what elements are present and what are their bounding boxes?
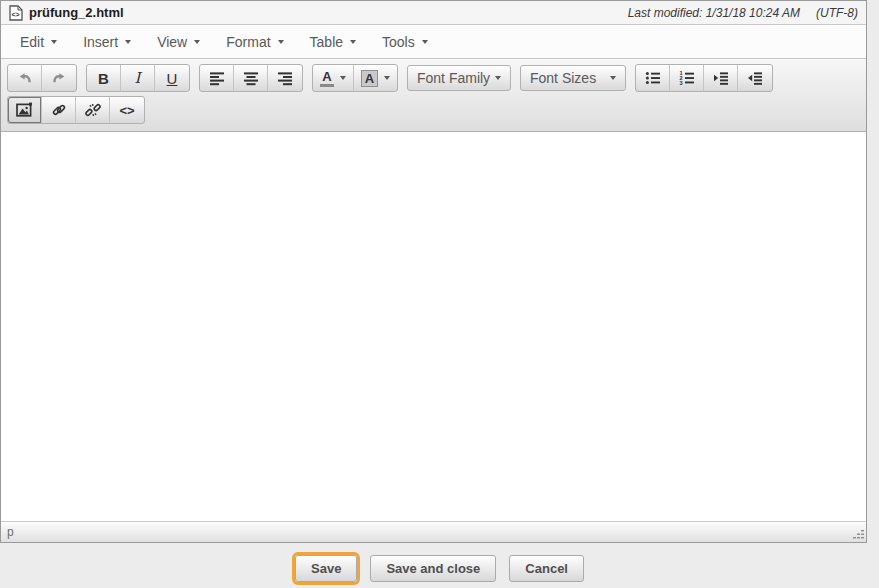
numbered-list-button[interactable]: 1 2 3 bbox=[670, 65, 704, 91]
align-center-button[interactable] bbox=[234, 65, 268, 91]
chevron-down-icon bbox=[51, 40, 57, 44]
menu-label: Edit bbox=[20, 34, 44, 50]
cancel-button[interactable]: Cancel bbox=[509, 555, 584, 582]
outdent-icon bbox=[747, 70, 763, 86]
alignment-group bbox=[199, 64, 303, 92]
undo-redo-group bbox=[7, 64, 77, 92]
footer-actions: Save Save and close Cancel bbox=[0, 543, 879, 588]
undo-button[interactable] bbox=[8, 65, 42, 91]
svg-text:3: 3 bbox=[679, 80, 682, 86]
text-color-button[interactable]: A bbox=[313, 65, 354, 91]
chevron-down-icon bbox=[340, 76, 346, 80]
chevron-down-icon bbox=[278, 40, 284, 44]
redo-button[interactable] bbox=[42, 65, 76, 91]
list-indent-group: 1 2 3 bbox=[635, 64, 773, 92]
menubar: Edit Insert View Format Table Tools bbox=[1, 25, 866, 59]
align-center-icon bbox=[243, 70, 259, 86]
indent-button[interactable] bbox=[704, 65, 738, 91]
font-family-value: Font Family bbox=[417, 70, 490, 86]
bold-button[interactable]: B bbox=[87, 65, 121, 91]
insert-image-button[interactable] bbox=[8, 97, 42, 123]
align-right-button[interactable] bbox=[268, 65, 302, 91]
font-sizes-value: Font Sizes bbox=[530, 70, 596, 86]
bullet-list-icon bbox=[645, 70, 661, 86]
toolbar-row-2: <> bbox=[5, 94, 862, 126]
source-code-button[interactable]: <> bbox=[110, 97, 144, 123]
menu-label: Tools bbox=[382, 34, 415, 50]
chevron-down-icon bbox=[125, 40, 131, 44]
resize-handle[interactable] bbox=[853, 529, 864, 540]
italic-icon: I bbox=[135, 69, 141, 87]
save-button[interactable]: Save bbox=[295, 555, 357, 582]
color-group: A A bbox=[312, 64, 398, 92]
chevron-down-icon bbox=[495, 76, 501, 80]
menu-label: Format bbox=[226, 34, 270, 50]
insert-group: <> bbox=[7, 96, 145, 124]
save-and-close-button[interactable]: Save and close bbox=[370, 555, 496, 582]
chevron-down-icon bbox=[194, 40, 200, 44]
image-icon bbox=[16, 102, 33, 118]
background-color-button[interactable]: A bbox=[354, 65, 397, 91]
toolbar-row-1: B I U bbox=[5, 62, 862, 94]
titlebar: <> prüfung_2.html Last modified: 1/31/18… bbox=[1, 1, 866, 25]
bold-icon: B bbox=[98, 70, 109, 87]
font-sizes-select[interactable]: Font Sizes bbox=[520, 65, 626, 91]
align-left-icon bbox=[209, 70, 225, 86]
text-color-icon: A bbox=[320, 70, 334, 87]
source-code-icon: <> bbox=[119, 103, 134, 118]
background-color-icon: A bbox=[361, 70, 378, 87]
editor-content[interactable] bbox=[1, 132, 866, 521]
titlebar-meta: Last modified: 1/31/18 10:24 AM (UTF-8) bbox=[628, 6, 858, 20]
chevron-down-icon bbox=[350, 40, 356, 44]
statusbar: p bbox=[1, 521, 866, 542]
encoding-label: (UTF-8) bbox=[816, 6, 858, 20]
menu-format[interactable]: Format bbox=[215, 26, 294, 58]
menu-view[interactable]: View bbox=[146, 26, 211, 58]
bullet-list-button[interactable] bbox=[636, 65, 670, 91]
toolbar-panel: B I U bbox=[1, 59, 866, 132]
menu-label: Insert bbox=[83, 34, 118, 50]
menu-insert[interactable]: Insert bbox=[72, 26, 142, 58]
html-file-icon: <> bbox=[9, 5, 23, 21]
indent-icon bbox=[713, 70, 729, 86]
redo-icon bbox=[51, 71, 67, 85]
menu-label: View bbox=[157, 34, 187, 50]
menu-label: Table bbox=[310, 34, 343, 50]
menu-table[interactable]: Table bbox=[299, 26, 367, 58]
font-family-select[interactable]: Font Family bbox=[407, 65, 511, 91]
unlink-icon bbox=[85, 102, 101, 118]
underline-icon: U bbox=[167, 70, 178, 87]
unlink-button[interactable] bbox=[76, 97, 110, 123]
last-modified-label: Last modified: 1/31/18 10:24 AM bbox=[628, 6, 800, 20]
menu-tools[interactable]: Tools bbox=[371, 26, 439, 58]
align-left-button[interactable] bbox=[200, 65, 234, 91]
chevron-down-icon bbox=[384, 76, 390, 80]
numbered-list-icon: 1 2 3 bbox=[679, 70, 695, 86]
undo-icon bbox=[17, 71, 33, 85]
html-editor-window: <> prüfung_2.html Last modified: 1/31/18… bbox=[0, 0, 867, 543]
menu-edit[interactable]: Edit bbox=[9, 26, 68, 58]
chevron-down-icon bbox=[422, 40, 428, 44]
text-style-group: B I U bbox=[86, 64, 190, 92]
link-icon bbox=[51, 102, 67, 118]
italic-button[interactable]: I bbox=[121, 65, 155, 91]
outdent-button[interactable] bbox=[738, 65, 772, 91]
chevron-down-icon bbox=[610, 76, 616, 80]
element-path: p bbox=[7, 525, 14, 539]
align-right-icon bbox=[277, 70, 293, 86]
insert-link-button[interactable] bbox=[42, 97, 76, 123]
svg-text:<>: <> bbox=[11, 10, 19, 17]
underline-button[interactable]: U bbox=[155, 65, 189, 91]
filename: prüfung_2.html bbox=[29, 5, 124, 20]
